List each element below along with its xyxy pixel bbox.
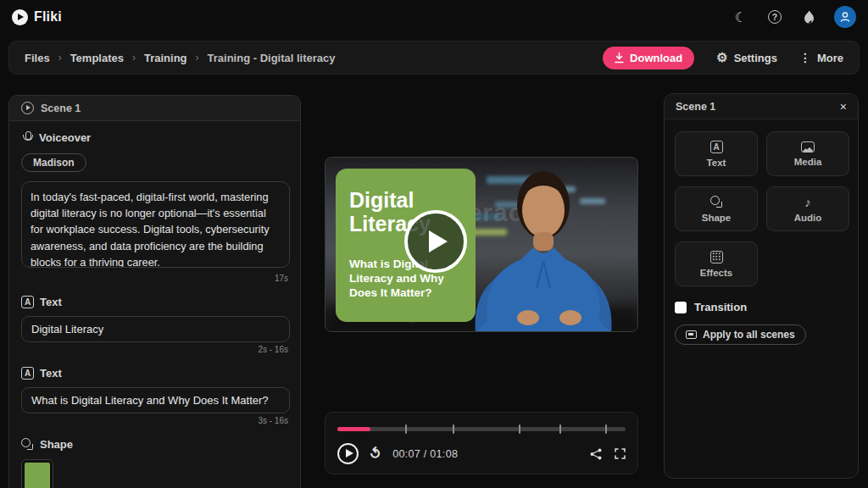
text-section-label: A Text [21,296,288,308]
voiceover-duration: 17s [21,274,288,283]
scene-play-icon[interactable] [21,102,34,114]
scene-label: Scene 1 [41,103,81,114]
tools-panel-title: Scene 1 [676,101,715,113]
breadcrumb-separator: › [196,52,199,64]
brand-name: Fliki [34,9,62,25]
progress-marker [453,424,454,434]
progress-fill [337,427,370,431]
player-right-icons [590,448,626,460]
voiceover-label: Voiceover [39,131,91,144]
tool-label: Text [707,158,726,168]
shape-icon [21,438,34,451]
download-button[interactable]: Download [603,47,694,69]
flame-glyph [803,10,815,25]
effects-icon [710,251,723,263]
shape-section-label: Shape [21,438,288,451]
tool-shape-button[interactable]: Shape [675,186,758,231]
tool-label: Shape [702,213,732,223]
tools-panel-header: Scene 1 × [665,94,858,119]
settings-button[interactable]: ⚙ Settings [716,50,777,65]
scene-editor-body: Voiceover Madison In today's fast-paced,… [9,121,300,488]
text-input-title[interactable]: Digital Literacy [21,316,290,342]
microphone-icon [21,131,33,144]
more-label: More [817,52,843,64]
progress-marker [559,424,561,434]
progress-bar[interactable] [337,427,626,431]
transition-checkbox[interactable] [675,302,687,313]
breadcrumb-separator: › [132,52,136,64]
fliki-logo-icon [12,9,28,25]
text-icon: A [710,141,723,153]
apply-to-all-scenes-button[interactable]: Apply to all scenes [675,324,806,345]
app-window: Fliki ☾ ? Files › Templates › Training ›… [0,0,868,488]
breadcrumb-separator: › [58,52,62,64]
tool-text-button[interactable]: A Text [675,131,758,176]
tool-media-button[interactable]: Media [766,131,849,176]
shape-swatch [25,463,50,488]
play-button[interactable] [337,443,359,464]
apply-scenes-icon [686,330,697,339]
player-controls: ↺ 00:07 / 01:08 [325,412,638,474]
shape-swatch-button[interactable] [21,459,53,488]
share-icon[interactable] [590,448,602,460]
tool-label: Media [794,157,822,167]
preview-play-button[interactable] [404,210,467,273]
close-icon[interactable]: × [840,100,847,114]
help-icon[interactable]: ? [766,8,783,25]
text-duration: 3s - 16s [21,416,288,425]
tools-panel-body: A Text Media Shape ♪ Audio Effects [665,119,858,357]
breadcrumb-training[interactable]: Training [144,52,187,64]
person-icon [839,11,851,23]
gear-icon: ⚙ [716,50,727,65]
tool-effects-button[interactable]: Effects [675,241,758,286]
top-bar: Fliki ☾ ? [0,0,868,34]
more-button[interactable]: ⋮ More [799,51,843,64]
fullscreen-icon[interactable] [615,448,626,459]
text-icon: A [21,367,34,380]
music-note-icon: ♪ [804,196,811,208]
breadcrumb-files[interactable]: Files [25,52,50,64]
video-preview[interactable]: Digital Literacy al Literacy Digital Lit… [325,157,638,332]
tool-grid: A Text Media Shape ♪ Audio Effects [675,131,848,286]
help-question-glyph: ? [768,10,782,24]
text-label: Text [40,367,62,380]
shape-label: Shape [40,438,73,451]
download-label: Download [630,52,682,64]
dark-mode-moon-icon[interactable]: ☾ [732,8,749,25]
player-buttons-row: ↺ 00:07 / 01:08 [337,443,626,464]
download-icon [615,53,624,64]
kebab-menu-icon: ⋮ [799,51,811,64]
media-image-icon [801,141,815,152]
apply-label: Apply to all scenes [703,329,795,341]
transition-label: Transition [694,301,747,313]
topbar-actions: ☾ ? [732,6,856,28]
text-icon: A [21,296,34,308]
voiceover-script-textarea[interactable]: In today's fast-paced, digital-first wor… [21,181,290,268]
breadcrumb: Files › Templates › Training › Training … [25,52,336,64]
shape-icon [710,196,723,208]
streak-flame-icon[interactable] [800,8,817,25]
progress-marker [605,424,607,434]
tool-audio-button[interactable]: ♪ Audio [766,186,849,231]
breadcrumb-bar: Files › Templates › Training › Training … [8,41,860,75]
brand[interactable]: Fliki [12,9,62,25]
progress-marker [519,424,520,434]
text-section-label: A Text [21,367,288,380]
text-input-subtitle[interactable]: What is Digital Literacy and Why Does It… [21,387,290,413]
voiceover-section-label: Voiceover [21,131,288,144]
voice-select-button[interactable]: Madison [21,153,86,172]
scene-editor-panel: Scene 1 Voiceover Madison In today's fas… [8,95,301,488]
account-avatar[interactable] [834,6,856,28]
settings-label: Settings [734,52,777,64]
progress-marker [405,424,407,434]
text-duration: 2s - 16s [21,345,288,354]
tool-label: Effects [700,268,732,278]
transition-row: Transition [675,301,848,313]
header-actions: Download ⚙ Settings ⋮ More [603,47,843,69]
text-label: Text [40,296,62,308]
breadcrumb-templates[interactable]: Templates [70,52,124,64]
tool-label: Audio [794,213,822,223]
breadcrumb-current: Training - Digital literacy [208,52,336,64]
scene-header[interactable]: Scene 1 [9,96,300,121]
replay-icon[interactable]: ↺ [366,444,385,463]
